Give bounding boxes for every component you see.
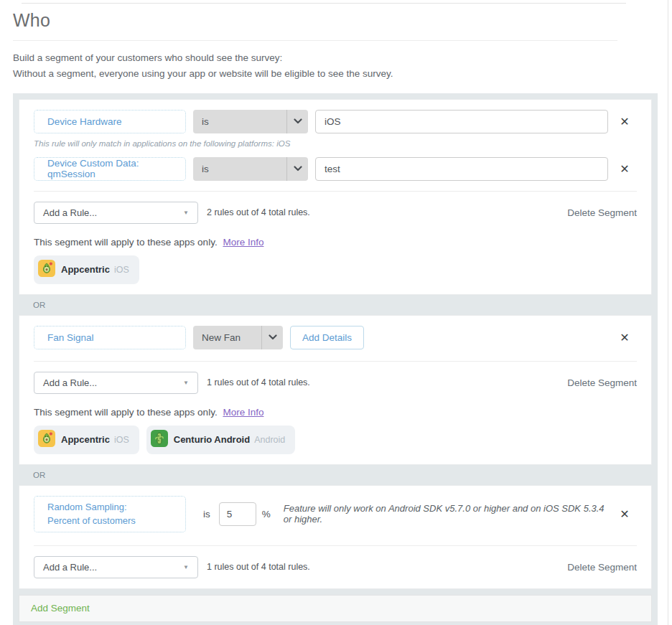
add-rule-label: Add a Rule... — [43, 377, 97, 388]
rule-platform-note: This rule will only match in application… — [34, 139, 637, 148]
chevron-down-icon — [286, 157, 308, 181]
percent-unit: % — [262, 509, 271, 520]
app-name: Appcentric — [61, 434, 110, 445]
rule-row: Random Sampling: Percent of customers is… — [34, 496, 637, 532]
app-platform: Android — [254, 435, 285, 445]
more-info-link[interactable]: More Info — [223, 407, 263, 418]
cactus-app-icon — [151, 430, 168, 450]
avocado-app-icon — [38, 260, 55, 280]
delete-segment-button[interactable]: Delete Segment — [567, 207, 637, 218]
who-page: Who Build a segment of your customers wh… — [0, 0, 672, 625]
or-divider: OR — [19, 295, 652, 315]
card-divider — [34, 191, 637, 192]
rule-attribute-label-line1: Random Sampling: — [47, 500, 127, 514]
remove-rule-button[interactable]: ✕ — [612, 157, 637, 181]
rule-attribute-chip[interactable]: Random Sampling: Percent of customers — [34, 496, 186, 532]
scrollbar-track-line[interactable] — [668, 0, 668, 625]
apps-note: This segment will apply to these apps on… — [34, 237, 637, 248]
rule-attribute-label: Device Hardware — [47, 116, 122, 127]
apps-note: This segment will apply to these apps on… — [34, 407, 637, 418]
app-name: Appcentric — [61, 264, 110, 275]
percent-value-input[interactable] — [219, 502, 256, 526]
segments-container: Device Hardware is ✕ This rule will only… — [13, 93, 658, 625]
remove-rule-button[interactable]: ✕ — [612, 326, 637, 349]
rule-operator-select[interactable]: is — [193, 110, 308, 133]
page-title: Who — [13, 10, 617, 41]
app-name: Centurio Android — [174, 434, 250, 445]
description-line-1: Build a segment of your customers who sh… — [13, 50, 658, 66]
rule-attribute-label: Fan Signal — [47, 332, 94, 343]
rule-operator-value: is — [193, 110, 286, 133]
rule-attribute-chip[interactable]: Fan Signal — [34, 326, 186, 349]
app-badge: Centurio Android Android — [146, 426, 296, 454]
rule-operator-value: New Fan — [193, 326, 261, 349]
app-badge: Appcentric iOS — [34, 426, 139, 454]
segment-card-2: Fan Signal New Fan Add Details ✕ — [19, 315, 652, 465]
card-divider — [34, 545, 637, 546]
segment-card-3: Random Sampling: Percent of customers is… — [19, 485, 652, 589]
close-icon: ✕ — [620, 116, 629, 128]
avocado-app-icon — [38, 430, 55, 450]
rule-value-input[interactable] — [315, 110, 608, 133]
rule-operator-value: is — [193, 157, 286, 181]
add-rule-label: Add a Rule... — [43, 207, 97, 218]
rule-attribute-label: Device Custom Data: qmSession — [47, 158, 185, 179]
rule-attribute-label-line2: Percent of customers — [47, 514, 136, 528]
add-rule-row: Add a Rule... ▼ 1 rules out of 4 total r… — [34, 372, 637, 394]
remove-rule-button[interactable]: ✕ — [612, 502, 637, 526]
rules-count: 2 rules out of 4 total rules. — [207, 207, 310, 217]
close-icon: ✕ — [620, 332, 629, 344]
dropdown-triangle-icon: ▼ — [183, 380, 189, 386]
sdk-requirement-note: Feature will only work on Android SDK v5… — [284, 503, 612, 525]
add-rule-select[interactable]: Add a Rule... ▼ — [34, 202, 198, 224]
dropdown-triangle-icon: ▼ — [183, 564, 189, 570]
apps-note-text: This segment will apply to these apps on… — [34, 407, 218, 418]
segment-card-1: Device Hardware is ✕ This rule will only… — [19, 99, 652, 295]
close-icon: ✕ — [620, 508, 629, 520]
top-section-divider — [22, 3, 626, 4]
rule-row: Device Hardware is ✕ — [34, 110, 637, 133]
rules-count: 1 rules out of 4 total rules. — [207, 377, 310, 387]
add-segment-button[interactable]: Add Segment — [19, 595, 652, 622]
add-rule-select[interactable]: Add a Rule... ▼ — [34, 556, 198, 578]
add-rule-label: Add a Rule... — [43, 562, 97, 573]
add-rule-row: Add a Rule... ▼ 1 rules out of 4 total r… — [34, 556, 637, 578]
app-badge: Appcentric iOS — [34, 255, 139, 284]
rule-row: Fan Signal New Fan Add Details ✕ — [34, 326, 637, 349]
app-badges-row: Appcentric iOS — [34, 255, 637, 284]
rule-row: Device Custom Data: qmSession is ✕ — [34, 157, 637, 181]
delete-segment-button[interactable]: Delete Segment — [567, 377, 637, 388]
chevron-down-icon — [261, 326, 283, 349]
app-platform: iOS — [114, 435, 129, 445]
card-divider — [34, 361, 637, 362]
delete-segment-button[interactable]: Delete Segment — [567, 562, 637, 573]
rule-attribute-chip[interactable]: Device Hardware — [34, 110, 186, 133]
close-icon: ✕ — [620, 163, 629, 175]
apps-note-text: This segment will apply to these apps on… — [34, 237, 218, 248]
add-details-button[interactable]: Add Details — [290, 326, 364, 349]
app-badges-row: Appcentric iOS — [34, 426, 637, 454]
section-description: Build a segment of your customers who sh… — [13, 50, 658, 83]
more-info-link[interactable]: More Info — [223, 237, 263, 248]
rules-count: 1 rules out of 4 total rules. — [207, 562, 310, 572]
rule-attribute-chip[interactable]: Device Custom Data: qmSession — [34, 157, 186, 181]
rule-operator-text: is — [203, 509, 210, 520]
remove-rule-button[interactable]: ✕ — [612, 110, 637, 133]
who-section: Who Build a segment of your customers wh… — [13, 10, 658, 625]
rule-operator-select[interactable]: New Fan — [193, 326, 283, 349]
chevron-down-icon — [286, 110, 308, 133]
add-rule-select[interactable]: Add a Rule... ▼ — [34, 372, 198, 394]
description-line-2: Without a segment, everyone using your a… — [13, 66, 658, 82]
rule-value-input[interactable] — [315, 157, 608, 181]
add-rule-row: Add a Rule... ▼ 2 rules out of 4 total r… — [34, 202, 637, 224]
rule-operator-select[interactable]: is — [193, 157, 308, 181]
app-platform: iOS — [114, 265, 129, 275]
or-divider: OR — [19, 465, 652, 485]
dropdown-triangle-icon: ▼ — [183, 210, 189, 216]
